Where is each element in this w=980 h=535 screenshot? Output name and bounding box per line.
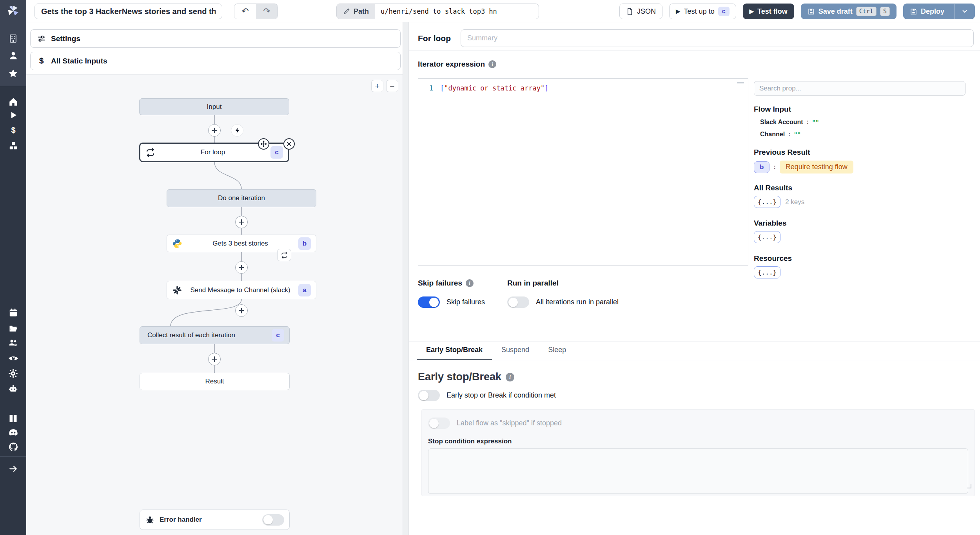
test-up-to-button[interactable]: ▶ Test up to c [669, 4, 736, 19]
settings-row-label: Settings [51, 34, 80, 43]
collapse-sidebar-button[interactable] [0, 463, 26, 475]
previous-step-badge[interactable]: b [754, 161, 769, 173]
flow-node-input[interactable]: Input [139, 98, 289, 115]
play-icon: ▶ [750, 8, 754, 15]
panel-resize-handle[interactable] [403, 22, 409, 535]
node-label: Input [145, 103, 284, 111]
save-icon [910, 8, 917, 15]
step-id-badge: c [270, 146, 283, 159]
flow-title-input[interactable] [34, 4, 222, 19]
home-icon [8, 97, 18, 107]
app-logo[interactable] [0, 0, 26, 22]
sidebar-item-discord[interactable] [0, 427, 26, 438]
flow-canvas[interactable]: + − Input [26, 74, 403, 535]
add-step-button[interactable] [235, 261, 248, 274]
flow-node-collect-result[interactable]: Collect result of each iteration c [140, 326, 290, 344]
sidebar-item-groups[interactable] [0, 337, 26, 349]
resources-expander[interactable]: {...} [754, 266, 780, 278]
deploy-button[interactable]: Deploy [903, 4, 975, 19]
sidebar-item-variables[interactable]: $ [0, 125, 26, 136]
iterator-expression-editor[interactable]: 1 ["dynamic or static array"] [418, 78, 748, 266]
require-testing-flow-pill[interactable]: Require testing flow [780, 161, 853, 174]
sidebar-item-github[interactable] [0, 441, 26, 453]
early-stop-toggle[interactable] [418, 390, 440, 401]
folder-open-icon [8, 323, 18, 334]
windmill-flow-editor: ↶ ↷ Path u/henri/send_to_slack_top3_hn J… [0, 0, 980, 535]
add-step-button[interactable] [208, 124, 221, 137]
star-icon [8, 68, 18, 79]
svg-text:$: $ [39, 56, 44, 65]
textarea-resize-handle[interactable] [967, 484, 971, 488]
flow-node-do-one-iteration[interactable]: Do one iteration [167, 189, 316, 207]
flow-node-send-message-slack[interactable]: Send Message to Channel (slack) a [167, 281, 316, 299]
tab-suspend[interactable]: Suspend [492, 342, 539, 360]
label-skipped-toggle[interactable] [428, 418, 450, 429]
plus-icon [211, 356, 218, 363]
python-icon [172, 239, 182, 249]
json-button[interactable]: JSON [619, 4, 662, 19]
stop-condition-textarea[interactable] [428, 448, 968, 494]
node-label: For loop [155, 148, 270, 156]
search-prop-input[interactable] [754, 81, 965, 96]
sidebar-item-runs[interactable] [0, 109, 26, 121]
resources-heading: Resources [754, 254, 967, 263]
plus-icon [238, 307, 245, 314]
step-id-badge: a [298, 284, 311, 296]
undo-button[interactable]: ↶ [234, 4, 256, 19]
add-step-button[interactable] [235, 304, 248, 317]
lightning-bolt-icon [234, 127, 241, 134]
sliders-icon [37, 34, 46, 43]
sidebar-item-resources[interactable] [0, 140, 26, 152]
flow-settings-row[interactable]: Settings [30, 29, 401, 48]
add-step-button[interactable] [208, 353, 221, 365]
tab-early-stop-break[interactable]: Early Stop/Break [417, 342, 492, 360]
all-static-inputs-row[interactable]: $ All Static Inputs [30, 52, 401, 70]
deploy-dropdown-button[interactable] [954, 4, 975, 19]
sidebar-item-home[interactable] [0, 96, 26, 108]
move-step-button[interactable] [258, 138, 269, 150]
early-stop-toggle-row: Early stop or Break if condition met [418, 390, 556, 401]
flow-node-result[interactable]: Result [140, 373, 290, 390]
sidebar-item-workers[interactable] [0, 383, 26, 394]
retry-indicator[interactable] [277, 249, 291, 261]
summary-input[interactable] [461, 29, 974, 47]
prop-row[interactable]: Channel:"" [754, 131, 967, 138]
json-label: JSON [637, 7, 656, 16]
path-editor[interactable]: Path u/henri/send_to_slack_top3_hn [336, 4, 539, 19]
flow-graph-panel: Settings $ All Static Inputs + − [26, 22, 403, 535]
code-line: ["dynamic or static array"] [440, 84, 548, 92]
sidebar-item-schedules[interactable] [0, 307, 26, 318]
info-icon[interactable]: i [488, 60, 496, 68]
skip-failures-toggle[interactable] [418, 296, 440, 308]
add-step-button[interactable] [235, 216, 248, 228]
skip-failures-label: Skip failures [446, 298, 485, 306]
sidebar-item-docs[interactable] [0, 412, 26, 424]
all-results-expander[interactable]: {...} [754, 196, 780, 208]
redo-button[interactable]: ↷ [256, 4, 278, 19]
github-icon [8, 441, 19, 452]
delete-step-button[interactable] [283, 138, 295, 150]
sidebar-item-settings[interactable] [0, 367, 26, 379]
error-handler-toggle[interactable] [262, 514, 284, 526]
variables-expander[interactable]: {...} [754, 231, 780, 243]
person-icon [8, 51, 18, 61]
path-label: Path [354, 7, 369, 16]
slack-icon [172, 285, 182, 295]
save-draft-button[interactable]: Save draft Ctrl S [801, 4, 897, 19]
flow-node-error-handler[interactable]: Error handler [140, 510, 290, 530]
sidebar-item-favorites[interactable] [0, 67, 26, 79]
run-in-parallel-toggle[interactable] [507, 296, 529, 308]
sidebar-item-folders[interactable] [0, 322, 26, 334]
sidebar-item-user[interactable] [0, 50, 26, 61]
tab-sleep[interactable]: Sleep [539, 342, 575, 360]
flow-node-gets-3-best-stories[interactable]: Gets 3 best stories b [167, 235, 316, 252]
stop-condition-label: Stop condition expression [428, 437, 968, 445]
test-flow-button[interactable]: ▶ Test flow [743, 4, 794, 19]
prop-row[interactable]: Slack Account:"" [754, 119, 967, 126]
info-icon[interactable]: i [506, 373, 514, 381]
sidebar-item-audit-logs[interactable] [0, 352, 26, 364]
play-icon [9, 110, 18, 120]
trigger-button[interactable] [231, 124, 243, 137]
sidebar-item-workspace[interactable] [0, 33, 26, 44]
info-icon[interactable]: i [466, 279, 474, 287]
